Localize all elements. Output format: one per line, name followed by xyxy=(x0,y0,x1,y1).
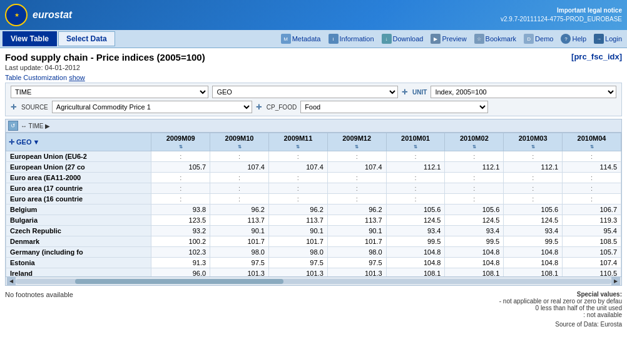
demo-link[interactable]: D Demo xyxy=(521,33,556,45)
value-cell: : xyxy=(445,183,504,194)
value-cell: : xyxy=(386,194,445,205)
value-cell: 97.5 xyxy=(268,258,327,268)
country-cell: European Union (27 co xyxy=(6,162,151,173)
table-row: Czech Republic93.290.190.190.193.493.493… xyxy=(6,226,621,236)
data-table-container: ↺ ↔ TIME ▶ ✛ GEO ▼ 2009M09⇅ 2009M10⇅ 200… xyxy=(5,119,622,286)
geo-dropdown-arrow: ▼ xyxy=(33,138,40,146)
view-table-tab[interactable]: View Table xyxy=(3,31,57,46)
main-toolbar: View Table Select Data M Metadata i Info… xyxy=(0,30,627,48)
unit-select[interactable]: Index, 2005=100 xyxy=(431,86,616,98)
special-values: Special values: - not applicable or real… xyxy=(499,291,622,318)
filter-row-1: TIME GEO ✛ UNIT Index, 2005=100 xyxy=(11,86,616,98)
value-cell: 106.7 xyxy=(563,205,621,215)
value-cell: 108.1 xyxy=(445,268,504,277)
col-2010M03[interactable]: 2010M03⇅ xyxy=(504,133,563,151)
help-link[interactable]: ? Help xyxy=(558,33,589,45)
value-cell: 113.7 xyxy=(210,215,269,226)
value-cell: : xyxy=(210,194,269,205)
horizontal-scrollbar[interactable]: ◀ ▶ xyxy=(6,276,621,285)
cp-food-label: CP_FOOD xyxy=(267,104,297,111)
special-value-dash: - not applicable or real zero or zero by… xyxy=(499,298,622,305)
value-cell: : xyxy=(210,173,269,183)
last-update: Last update: 04-01-2012 xyxy=(5,64,205,71)
country-cell: Euro area (EA11-2000 xyxy=(6,173,151,183)
login-link[interactable]: → Login xyxy=(591,33,624,45)
download-link[interactable]: ↓ Download xyxy=(379,33,426,45)
value-cell: : xyxy=(563,183,621,194)
value-cell: : xyxy=(445,151,504,162)
col-2009M10[interactable]: 2009M10⇅ xyxy=(210,133,269,151)
value-cell: 90.1 xyxy=(268,226,327,236)
source-select[interactable]: Agricultural Commodity Price 1 xyxy=(52,101,252,113)
value-cell: : xyxy=(268,183,327,194)
value-cell: 113.7 xyxy=(327,215,386,226)
cp-food-select[interactable]: Food xyxy=(300,101,488,113)
legal-notice-title: Important legal notice xyxy=(501,6,622,15)
metadata-icon: M xyxy=(281,34,291,44)
value-cell: 101.3 xyxy=(268,268,327,277)
table-row: Estonia91.397.597.597.5104.8104.8104.810… xyxy=(6,258,621,268)
value-cell: : xyxy=(268,173,327,183)
value-cell: : xyxy=(504,173,563,183)
country-cell: Denmark xyxy=(6,236,151,247)
special-value-colon: : not available xyxy=(499,311,622,318)
table-scroll-wrapper[interactable]: ✛ GEO ▼ 2009M09⇅ 2009M10⇅ 2009M11⇅ 2009M… xyxy=(6,133,621,276)
top-header: ★ eurostat Important legal notice v2.9.7… xyxy=(0,0,627,30)
scroll-right-arrow[interactable]: ▶ xyxy=(611,277,620,286)
col-2010M04[interactable]: 2010M04⇅ xyxy=(563,133,621,151)
customization-show-link[interactable]: show xyxy=(69,74,85,81)
value-cell: : xyxy=(327,151,386,162)
value-cell: 93.4 xyxy=(504,226,563,236)
footnotes-area: No footnotes available Special values: -… xyxy=(0,288,627,321)
value-cell: : xyxy=(210,151,269,162)
value-cell: 93.8 xyxy=(151,205,210,215)
value-cell: 96.0 xyxy=(151,268,210,277)
value-cell: : xyxy=(563,194,621,205)
value-cell: 101.3 xyxy=(327,268,386,277)
col-2010M02[interactable]: 2010M02⇅ xyxy=(445,133,504,151)
bookmark-label: Bookmark xyxy=(486,35,517,43)
table-tool-refresh[interactable]: ↺ xyxy=(8,121,18,131)
value-cell: 102.3 xyxy=(151,247,210,258)
download-label: Download xyxy=(393,35,424,43)
col-2009M11[interactable]: 2009M11⇅ xyxy=(268,133,327,151)
geo-select[interactable]: GEO xyxy=(212,86,398,98)
value-cell: 124.5 xyxy=(504,215,563,226)
scroll-thumb[interactable] xyxy=(75,279,283,284)
value-cell: 104.8 xyxy=(386,258,445,268)
geo-dropdown[interactable]: ✛ GEO ▼ xyxy=(9,138,39,146)
metadata-link[interactable]: M Metadata xyxy=(278,33,324,45)
source-line: Source of Data: Eurosta xyxy=(0,321,627,329)
value-cell: 105.7 xyxy=(151,162,210,173)
bookmark-link[interactable]: ☆ Bookmark xyxy=(472,33,519,45)
value-cell: 101.7 xyxy=(268,236,327,247)
information-link[interactable]: i Information xyxy=(326,33,377,45)
value-cell: 96.2 xyxy=(268,205,327,215)
table-row: Denmark100.2101.7101.7101.799.599.599.51… xyxy=(6,236,621,247)
value-cell: 104.8 xyxy=(504,258,563,268)
geo-col-header[interactable]: ✛ GEO ▼ xyxy=(6,133,151,151)
metadata-label: Metadata xyxy=(292,35,321,43)
value-cell: : xyxy=(386,183,445,194)
col-2009M09[interactable]: 2009M09⇅ xyxy=(151,133,210,151)
page-title-area: Food supply chain - Price indices (2005=… xyxy=(0,48,627,73)
col-2010M01[interactable]: 2010M01⇅ xyxy=(386,133,445,151)
demo-icon: D xyxy=(524,34,534,44)
value-cell: : xyxy=(386,151,445,162)
scroll-left-arrow[interactable]: ◀ xyxy=(7,277,16,286)
bookmark-icon: ☆ xyxy=(474,34,484,44)
value-cell: 101.7 xyxy=(210,236,269,247)
scroll-track[interactable] xyxy=(16,279,611,284)
time-select[interactable]: TIME xyxy=(11,86,208,98)
value-cell: 108.5 xyxy=(563,236,621,247)
value-cell: 101.3 xyxy=(210,268,269,277)
col-2009M12[interactable]: 2009M12⇅ xyxy=(327,133,386,151)
country-cell: Estonia xyxy=(6,258,151,268)
geo-label: ✛ GEO xyxy=(9,138,32,146)
table-customization-area: Table Customization show xyxy=(5,74,622,81)
preview-link[interactable]: ▶ Preview xyxy=(428,33,469,45)
value-cell: : xyxy=(210,183,269,194)
value-cell: 98.0 xyxy=(268,247,327,258)
select-data-tab[interactable]: Select Data xyxy=(58,31,115,46)
value-cell: 113.7 xyxy=(268,215,327,226)
